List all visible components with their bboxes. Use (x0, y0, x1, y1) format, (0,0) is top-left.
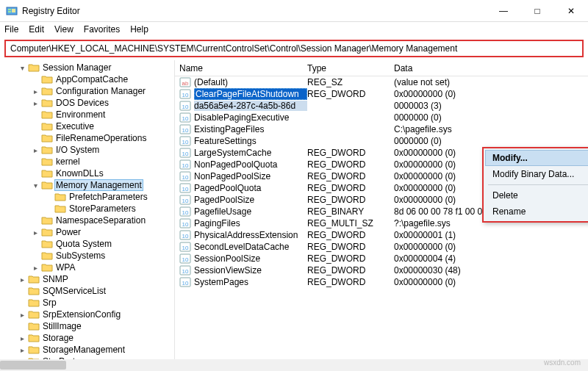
chevron-right-icon[interactable]: ▸ (31, 99, 40, 107)
menu-favorites[interactable]: Favorites (84, 24, 120, 35)
value-type: REG_DWORD (307, 159, 394, 170)
menu-help[interactable]: Help (130, 24, 148, 35)
tree-item[interactable]: Executive (0, 120, 174, 132)
tree-item[interactable]: Quota System (0, 238, 174, 250)
tree-item[interactable]: Srp (0, 297, 174, 309)
value-row[interactable]: 10SessionViewSizeREG_DWORD0x00000030 (48… (175, 264, 588, 276)
list-header[interactable]: Name Type Data (175, 60, 588, 76)
tree-item[interactable]: SubSystems (0, 250, 174, 262)
svg-text:10: 10 (182, 92, 189, 98)
value-data: (value not set) (394, 77, 588, 87)
binary-value-icon: 10 (179, 218, 191, 228)
tree-item[interactable]: ▸DOS Devices (0, 97, 174, 109)
svg-text:10: 10 (182, 151, 189, 157)
tree-item[interactable]: ▸SNMP (0, 273, 174, 285)
tree-item[interactable]: ▸StorageManagement (0, 344, 174, 356)
value-type: REG_DWORD (307, 89, 394, 99)
value-data: 0x00000030 (48) (394, 265, 588, 275)
value-data: 0000000 (0) (394, 112, 588, 123)
binary-value-icon: 10 (179, 89, 191, 99)
binary-value-icon: 10 (179, 136, 191, 146)
value-name: SessionPoolSize (194, 253, 307, 264)
value-row[interactable]: 10PhysicalAddressExtensionREG_DWORD0x000… (175, 229, 588, 241)
folder-icon (28, 321, 40, 331)
chevron-right-icon[interactable]: ▸ (18, 334, 26, 342)
menu-file[interactable]: File (4, 24, 18, 35)
tree-item[interactable]: NamespaceSeparation (0, 215, 174, 226)
column-name[interactable]: Name (175, 63, 307, 73)
value-row[interactable]: 10DisablePagingExecutive0000000 (0) (175, 112, 588, 123)
svg-text:10: 10 (182, 268, 189, 275)
ctx-modify-binary[interactable]: Modify Binary Data... (485, 166, 588, 182)
chevron-right-icon[interactable]: ▸ (31, 87, 40, 96)
value-data: 0000000 (0) (394, 136, 588, 146)
tree-item[interactable]: StoreParameters (0, 203, 174, 215)
value-type: REG_DWORD (307, 183, 394, 193)
tree-item-label: Memory Management (54, 179, 143, 191)
minimize-button[interactable]: — (487, 0, 520, 21)
tree-item[interactable]: StillImage (0, 320, 174, 332)
tree-item[interactable]: PrefetchParameters (0, 191, 174, 203)
svg-rect-1 (8, 9, 11, 10)
value-row[interactable]: 10FeatureSettings0000000 (0) (175, 135, 588, 147)
context-menu: Modify... Modify Binary Data... Delete R… (482, 147, 588, 223)
tree-item[interactable]: KnownDLLs (0, 168, 174, 179)
value-name: SecondLevelDataCache (194, 242, 307, 252)
value-row[interactable]: 10da56a5e4-287c-4a5b-86d0000003 (3) (175, 100, 588, 112)
tree-item[interactable]: ▸Storage (0, 332, 174, 344)
binary-value-icon: 10 (179, 159, 191, 170)
menubar: File Edit View Favorites Help (0, 22, 588, 37)
chevron-right-icon[interactable]: ▸ (31, 228, 40, 237)
column-type[interactable]: Type (307, 63, 394, 73)
binary-value-icon: 10 (179, 230, 191, 240)
key-tree[interactable]: ▾Session ManagerAppCompatCache▸Configura… (0, 60, 175, 371)
ctx-rename[interactable]: Rename (485, 203, 588, 220)
tree-item[interactable]: ▸WPA (0, 262, 174, 273)
ctx-modify[interactable]: Modify... (485, 150, 588, 166)
tree-scrollbar[interactable] (0, 359, 175, 371)
value-row[interactable]: 10ClearPageFileAtShutdownREG_DWORD0x0000… (175, 88, 588, 100)
menu-edit[interactable]: Edit (29, 24, 44, 35)
tree-item-label: DOS Devices (54, 98, 110, 108)
tree-item[interactable]: ▸Configuration Manager (0, 85, 174, 97)
tree-item[interactable]: ▸SrpExtensionConfig (0, 309, 174, 320)
tree-item[interactable]: ▸Power (0, 226, 174, 238)
binary-value-icon: 10 (179, 101, 191, 111)
tree-item-label: Storage (41, 333, 75, 343)
chevron-right-icon[interactable]: ▸ (18, 311, 26, 319)
folder-icon (54, 192, 66, 202)
column-data[interactable]: Data (394, 63, 588, 73)
chevron-right-icon[interactable]: ▸ (18, 346, 26, 354)
folder-icon (41, 74, 53, 84)
value-name: PagedPoolQuota (194, 183, 307, 193)
value-list[interactable]: Name Type Data ab(Default)REG_SZ(value n… (175, 60, 588, 371)
folder-icon (41, 121, 53, 132)
ctx-delete[interactable]: Delete (485, 187, 588, 203)
tree-item[interactable]: ▾Memory Management (0, 179, 174, 191)
tree-item[interactable]: AppCompatCache (0, 73, 174, 85)
close-button[interactable]: ✕ (554, 0, 588, 21)
chevron-down-icon[interactable]: ▾ (18, 64, 26, 72)
chevron-right-icon[interactable]: ▸ (18, 275, 26, 284)
value-name: PagingFiles (194, 218, 307, 228)
value-row[interactable]: 10SecondLevelDataCacheREG_DWORD0x0000000… (175, 241, 588, 253)
chevron-down-icon[interactable]: ▾ (31, 181, 40, 190)
folder-icon (41, 133, 53, 143)
chevron-right-icon[interactable]: ▸ (31, 264, 40, 272)
tree-item[interactable]: ▾Session Manager (0, 62, 174, 73)
address-bar[interactable]: Computer\HKEY_LOCAL_MACHINE\SYSTEM\Curre… (4, 40, 584, 57)
value-row[interactable]: 10ExistingPageFilesC:\pagefile.sys (175, 123, 588, 135)
binary-value-icon: 10 (179, 112, 191, 123)
menu-view[interactable]: View (54, 24, 74, 35)
value-row[interactable]: ab(Default)REG_SZ(value not set) (175, 76, 588, 88)
tree-item[interactable]: kernel (0, 156, 174, 168)
maximize-button[interactable]: □ (520, 0, 554, 21)
tree-item[interactable]: ▸I/O System (0, 144, 174, 156)
tree-item[interactable]: FileRenameOperations (0, 132, 174, 144)
value-row[interactable]: 10SessionPoolSizeREG_DWORD0x00000004 (4) (175, 253, 588, 264)
svg-text:10: 10 (182, 198, 189, 204)
tree-item[interactable]: SQMServiceList (0, 285, 174, 297)
value-row[interactable]: 10SystemPagesREG_DWORD0x00000000 (0) (175, 276, 588, 288)
chevron-right-icon[interactable]: ▸ (31, 146, 40, 154)
tree-item[interactable]: Environment (0, 109, 174, 120)
